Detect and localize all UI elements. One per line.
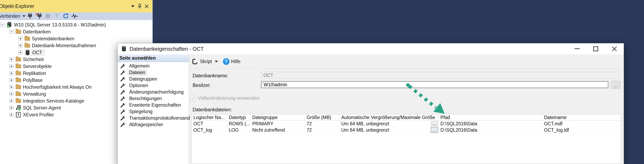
path-browse-button[interactable]: .... xyxy=(431,127,438,133)
table-row[interactable]: OCT ROWS (... PRIMARY 72 Um 64 MB, unbeg… xyxy=(192,121,621,127)
cell-logical-name[interactable]: OCT_log xyxy=(192,127,227,133)
sidebar-item-optionen[interactable]: Optionen xyxy=(118,82,189,89)
cell-file-name[interactable]: OCT.mdf xyxy=(542,121,621,127)
sidebar-item-erweiterte-eigenschaften[interactable]: Erweiterte Eigenschaften xyxy=(118,102,189,108)
tree-item-label: Hochverfügbarkeit mit Always On xyxy=(23,84,93,90)
window-position-button[interactable] xyxy=(129,3,136,10)
cell-path[interactable]: D:\SQL2016\Data xyxy=(438,121,542,127)
chevron-down-icon[interactable] xyxy=(215,61,218,62)
sidebar-item-dateien[interactable]: Dateien xyxy=(118,69,189,76)
owner-field[interactable]: W10\admin xyxy=(261,81,608,88)
table-row[interactable]: OCT_log LOG Nicht zutreffend 72 Um 64 MB… xyxy=(192,127,621,133)
connect-button[interactable] xyxy=(26,13,34,20)
path-browse-button[interactable]: .... xyxy=(431,121,438,126)
wrench-icon xyxy=(120,63,125,68)
column-header-autogrowth[interactable]: Automatische Vergrößerung/Maximale Größe xyxy=(339,114,438,121)
tree-item-datenbanken[interactable]: − Datenbanken xyxy=(0,28,152,35)
cell-size[interactable]: 72 xyxy=(304,121,339,127)
expand-icon[interactable]: + xyxy=(9,64,14,68)
tree-item-systemdatenbanken[interactable]: + Systemdatenbanken xyxy=(0,35,152,42)
expand-icon[interactable]: + xyxy=(9,113,14,117)
cell-size[interactable]: 72 xyxy=(304,127,339,133)
sidebar-item-label: Abfragespeicher xyxy=(127,121,165,128)
expand-icon[interactable]: + xyxy=(9,57,14,61)
dialog-titlebar[interactable]: Datenbankeigenschaften - OCT xyxy=(118,43,624,54)
folder-icon xyxy=(15,64,21,69)
refresh-button[interactable] xyxy=(61,13,70,20)
disconnect-button[interactable] xyxy=(34,13,44,20)
close-icon xyxy=(612,46,617,52)
tree-item-label: Sicherheit xyxy=(23,56,45,63)
filter-icon xyxy=(54,14,60,19)
wrench-icon xyxy=(120,76,125,81)
close-icon xyxy=(144,4,149,9)
pin-button[interactable] xyxy=(136,3,143,10)
cell-path[interactable]: D:\SQL2016\Data xyxy=(438,127,542,133)
cell-filegroup[interactable]: Nicht zutreffend xyxy=(250,127,304,133)
expand-icon[interactable]: + xyxy=(9,71,14,75)
script-button[interactable]: Skript xyxy=(200,59,212,64)
db-name-field: OCT xyxy=(261,72,620,79)
cell-autogrowth[interactable]: Um 64 MB, unbegrenzt .... xyxy=(339,127,438,133)
maximize-button[interactable] xyxy=(586,43,605,54)
cell-file-type[interactable]: ROWS (... xyxy=(227,121,250,127)
folder-icon xyxy=(15,85,21,90)
xevent-profiler-icon xyxy=(15,112,21,117)
sidebar-item-transaktionsprotokollversand[interactable]: Transaktionsprotokollversand xyxy=(118,115,189,121)
database-icon xyxy=(121,46,127,52)
pin-icon xyxy=(137,4,142,9)
panel-title: Objekt-Explorer xyxy=(0,3,129,9)
tree-item-label: Integration Services-Kataloge xyxy=(23,98,85,104)
wrench-icon xyxy=(120,115,125,121)
wrench-icon xyxy=(120,109,125,114)
autogrowth-value: Um 64 MB, unbegrenzt xyxy=(341,121,389,127)
column-header-size[interactable]: Größe (MB) xyxy=(304,114,339,121)
tree-item-label: Datenbank-Momentaufnahmen xyxy=(32,43,97,49)
cell-file-type[interactable]: LOG xyxy=(227,127,250,133)
sidebar-item-abfragespeicher[interactable]: Abfragespeicher xyxy=(118,121,189,128)
cell-autogrowth[interactable]: Um 64 MB, unbegrenzt .... xyxy=(339,121,438,127)
minimize-button[interactable] xyxy=(568,43,586,54)
cell-filegroup[interactable]: PRIMARY xyxy=(250,121,304,127)
column-header-logical-name[interactable]: Logischer Na... xyxy=(192,114,227,121)
tree-item-server[interactable]: − W10 (SQL Server 13.0.5103.6 - W10\admi… xyxy=(0,21,152,28)
sidebar-item-label: Dateien xyxy=(127,69,147,76)
sidebar-item-spiegelung[interactable]: Spiegelung xyxy=(118,108,189,115)
expand-icon[interactable]: + xyxy=(9,99,14,103)
column-header-path[interactable]: Pfad xyxy=(438,114,542,121)
connect-label: Verbinden xyxy=(0,14,20,19)
object-explorer-toolbar: Verbinden xyxy=(0,12,152,20)
collapse-icon[interactable]: − xyxy=(0,23,4,27)
object-explorer-titlebar: Objekt-Explorer xyxy=(0,0,152,12)
connect-dropdown[interactable]: Verbinden xyxy=(0,14,26,19)
close-button[interactable] xyxy=(605,43,624,54)
sidebar-item-dateigruppen[interactable]: Dateigruppen xyxy=(118,76,189,82)
expand-icon[interactable]: + xyxy=(9,106,14,110)
wrench-icon xyxy=(120,70,125,75)
cell-file-name[interactable]: OCT_log.ldf xyxy=(542,127,621,133)
expand-icon[interactable]: + xyxy=(18,37,22,41)
activity-monitor-button[interactable] xyxy=(70,13,79,20)
sidebar-item-berechtigungen[interactable]: Berechtigungen xyxy=(118,95,189,102)
column-header-file-name[interactable]: Dateiname xyxy=(542,114,621,121)
collapse-icon[interactable]: − xyxy=(9,30,14,34)
stop-button[interactable] xyxy=(44,13,52,20)
cell-logical-name[interactable]: OCT xyxy=(192,121,227,127)
expand-icon[interactable]: + xyxy=(18,44,22,48)
help-button[interactable]: Hilfe xyxy=(231,59,240,64)
plug-disconnect-icon xyxy=(36,13,42,19)
filter-button[interactable] xyxy=(52,13,61,20)
expand-icon[interactable]: + xyxy=(18,50,22,54)
sidebar-item-aenderungsnachverfolgung[interactable]: Änderungsnachverfolgung xyxy=(118,89,189,95)
expand-icon[interactable]: + xyxy=(9,85,14,89)
check-icon: ✓ xyxy=(191,96,194,101)
expand-icon[interactable]: + xyxy=(9,92,14,96)
close-panel-button[interactable] xyxy=(143,3,150,10)
column-header-file-type[interactable]: Dateityp xyxy=(227,114,250,121)
owner-browse-button[interactable]: ... xyxy=(611,81,620,89)
sidebar-item-allgemein[interactable]: Allgemein xyxy=(118,63,189,69)
expand-icon[interactable]: + xyxy=(9,78,14,82)
column-header-filegroup[interactable]: Dateigruppe xyxy=(250,114,304,121)
page-select-sidebar: Seite auswählen Allgemein Dateien Dateig… xyxy=(118,54,189,164)
help-icon: ? xyxy=(223,58,230,65)
